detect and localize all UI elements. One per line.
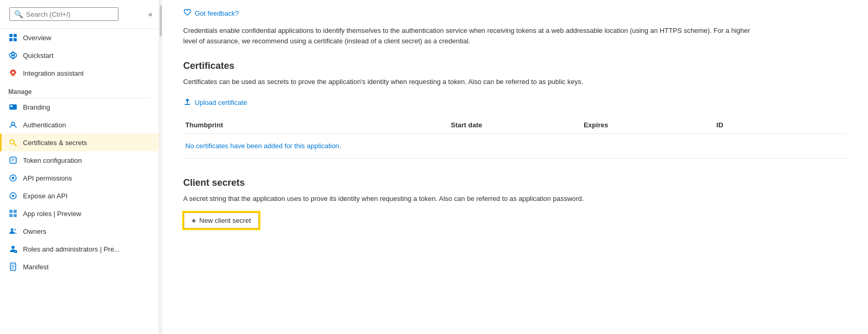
api-icon	[8, 173, 18, 183]
sidebar-scrollbar[interactable]	[159, 0, 162, 334]
sidebar-item-label: Integration assistant	[23, 69, 84, 77]
overview-icon	[8, 33, 18, 42]
svg-point-6	[12, 54, 14, 56]
new-client-secret-button[interactable]: + New client secret	[183, 212, 259, 229]
sidebar-item-label: Manifest	[23, 263, 49, 271]
certificates-description: Certificates can be used as secrets to p…	[183, 77, 653, 87]
sidebar-item-api-permissions[interactable]: API permissions	[0, 169, 159, 187]
client-secrets-description: A secret string that the application use…	[183, 194, 653, 204]
manifest-icon	[8, 262, 18, 271]
upload-icon	[183, 98, 192, 108]
collapse-button[interactable]: «	[146, 8, 154, 20]
credentials-description: Credentials enable confidential applicat…	[183, 26, 757, 46]
sidebar-item-app-roles[interactable]: App roles | Preview	[0, 205, 159, 222]
sidebar-item-authentication[interactable]: Authentication	[0, 116, 159, 134]
certificates-title: Certificates	[183, 61, 847, 71]
feedback-label: Got feedback?	[195, 9, 239, 17]
sidebar-item-token-configuration[interactable]: Token configuration	[0, 151, 159, 169]
sidebar-item-roles-admins[interactable]: Roles and administrators | Pre...	[0, 240, 159, 258]
svg-rect-21	[14, 210, 17, 213]
approles-icon	[8, 209, 18, 218]
col-start-date: Start date	[449, 121, 581, 129]
sidebar-item-owners[interactable]: Owners	[0, 222, 159, 240]
svg-rect-0	[9, 34, 13, 37]
svg-rect-3	[14, 38, 17, 41]
svg-point-10	[11, 122, 15, 125]
svg-rect-14	[10, 157, 16, 163]
roles-icon	[8, 244, 18, 254]
sidebar-item-certificates-secrets[interactable]: Certificates & secrets	[0, 134, 159, 151]
sidebar-item-label: Overview	[23, 34, 51, 42]
key-icon	[8, 138, 18, 147]
manage-section-label: Manage	[0, 82, 159, 98]
svg-rect-23	[14, 214, 17, 217]
svg-point-24	[11, 229, 14, 231]
search-row: 🔍 «	[0, 0, 159, 29]
sidebar-item-manifest[interactable]: Manifest	[0, 258, 159, 276]
client-secrets-section: Client secrets A secret string that the …	[183, 177, 847, 230]
sidebar-item-expose-api[interactable]: Expose an API	[0, 187, 159, 205]
sidebar-item-branding[interactable]: Branding	[0, 98, 159, 116]
heart-icon	[183, 8, 192, 18]
new-client-secret-label: New client secret	[199, 217, 251, 224]
sidebar-item-label: Token configuration	[23, 157, 82, 164]
svg-rect-1	[14, 34, 17, 37]
client-secrets-title: Client secrets	[183, 177, 847, 188]
sidebar-item-label: Branding	[23, 103, 50, 111]
sidebar-item-label: App roles | Preview	[23, 210, 81, 218]
svg-point-19	[12, 195, 14, 197]
svg-rect-9	[10, 105, 13, 107]
quickstart-icon	[8, 51, 18, 60]
token-icon	[8, 156, 18, 165]
owners-icon	[8, 226, 18, 236]
search-icon: 🔍	[14, 10, 23, 18]
auth-icon	[8, 120, 18, 129]
upload-certificate-button[interactable]: Upload certificate	[183, 96, 247, 110]
svg-rect-2	[9, 38, 13, 41]
sidebar-item-overview[interactable]: Overview	[0, 29, 159, 46]
col-thumbprint: Thumbprint	[183, 121, 449, 129]
svg-rect-20	[9, 210, 13, 213]
feedback-bar[interactable]: Got feedback?	[183, 8, 847, 18]
svg-point-25	[14, 229, 16, 231]
col-expires: Expires	[581, 121, 714, 129]
certificates-section: Certificates Certificates can be used as…	[183, 61, 847, 159]
certificates-table-header: Thumbprint Start date Expires ID	[183, 117, 847, 134]
sidebar-item-label: Quickstart	[23, 52, 54, 59]
certificates-empty-message: No certificates have been added for this…	[183, 134, 847, 159]
svg-rect-22	[9, 214, 13, 217]
scrollbar-thumb[interactable]	[160, 5, 162, 37]
expose-icon	[8, 191, 18, 200]
sidebar-item-quickstart[interactable]: Quickstart	[0, 46, 159, 64]
sidebar-item-label: API permissions	[23, 174, 72, 182]
sidebar-item-label: Authentication	[23, 121, 66, 129]
sidebar-item-label: Expose an API	[23, 192, 67, 200]
main-content: Got feedback? Credentials enable confide…	[162, 0, 868, 334]
sidebar-item-label: Certificates & secrets	[23, 139, 87, 147]
rocket-icon	[8, 68, 18, 78]
branding-icon	[8, 102, 18, 112]
sidebar-item-label: Owners	[23, 228, 46, 235]
col-id: ID	[715, 121, 847, 129]
upload-certificate-label: Upload certificate	[195, 99, 247, 106]
sidebar-item-integration-assistant[interactable]: Integration assistant	[0, 64, 159, 82]
search-bar[interactable]: 🔍	[9, 7, 118, 21]
svg-point-7	[12, 71, 14, 74]
plus-icon: +	[192, 216, 196, 225]
search-input[interactable]	[26, 10, 114, 18]
sidebar-item-label: Roles and administrators | Pre...	[23, 245, 120, 253]
sidebar: 🔍 « Overview Quickstart Integration assi…	[0, 0, 159, 334]
svg-point-26	[11, 246, 15, 249]
